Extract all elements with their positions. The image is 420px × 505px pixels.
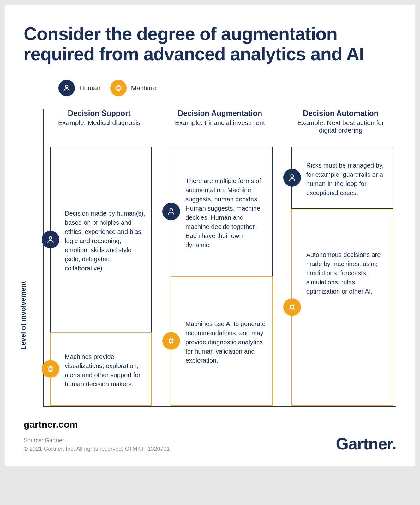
human-text: Risks must be managed by, for example, g… <box>306 161 387 198</box>
machine-icon <box>162 332 180 350</box>
column-decision-automation: Decision Automation Example: Next best a… <box>285 109 396 406</box>
svg-point-0 <box>65 85 68 88</box>
human-box: There are multiple forms of augmentation… <box>171 147 272 276</box>
column-example: Example: Next best action for digital or… <box>288 119 393 134</box>
svg-rect-3 <box>49 367 52 371</box>
machine-text: Autonomous decisions are made by machine… <box>306 250 387 296</box>
legend-item-machine: Machine <box>110 80 156 96</box>
machine-icon <box>283 298 301 316</box>
column-title: Decision Automation <box>288 109 393 118</box>
svg-point-4 <box>170 208 173 211</box>
y-axis-label: Level of involvement <box>19 281 27 350</box>
human-icon <box>42 231 59 248</box>
machine-box: Machines use AI to generate recommendati… <box>171 276 272 406</box>
svg-point-6 <box>291 175 293 177</box>
column-title: Decision Augmentation <box>167 109 272 118</box>
column-example: Example: Medical diagnosis <box>47 119 152 127</box>
column-header: Decision Support Example: Medical diagno… <box>44 109 155 147</box>
svg-rect-5 <box>170 339 173 342</box>
brand-dot: . <box>392 435 396 453</box>
legend: Human Machine <box>58 80 396 96</box>
columns-container: Decision Support Example: Medical diagno… <box>43 109 396 407</box>
footer-link: gartner.com <box>24 419 396 430</box>
human-box: Decision made by human(s), based on prin… <box>50 147 152 332</box>
human-text: Decision made by human(s), based on prin… <box>65 209 145 273</box>
machine-icon <box>42 360 59 378</box>
human-box: Risks must be managed by, for example, g… <box>291 147 393 209</box>
svg-rect-7 <box>290 305 294 309</box>
column-stack: There are multiple forms of augmentation… <box>164 147 275 406</box>
column-example: Example: Financial investment <box>167 119 272 127</box>
column-title: Decision Support <box>47 109 152 118</box>
machine-box: Machines provide visualizations, explora… <box>50 332 152 406</box>
column-stack: Decision made by human(s), based on prin… <box>44 147 155 406</box>
legend-label-human: Human <box>79 84 101 92</box>
legend-item-human: Human <box>58 80 101 96</box>
human-text: There are multiple forms of augmentation… <box>185 176 266 250</box>
human-icon <box>58 80 75 96</box>
machine-icon <box>110 80 127 96</box>
machine-text: Machines provide visualizations, explora… <box>65 352 145 389</box>
human-icon <box>283 169 301 187</box>
column-header: Decision Automation Example: Next best a… <box>285 109 396 147</box>
brand-text: Gartner <box>336 435 392 453</box>
svg-rect-1 <box>117 86 120 90</box>
legend-label-machine: Machine <box>131 84 156 92</box>
machine-box: Autonomous decisions are made by machine… <box>291 209 393 406</box>
y-axis: Level of involvement <box>24 109 43 407</box>
column-decision-support: Decision Support Example: Medical diagno… <box>44 109 155 406</box>
svg-point-2 <box>49 236 52 239</box>
column-header: Decision Augmentation Example: Financial… <box>164 109 275 147</box>
human-icon <box>162 203 180 220</box>
infographic-card: Consider the degree of augmentation requ… <box>5 5 415 466</box>
page-title: Consider the degree of augmentation requ… <box>24 24 396 64</box>
diagram: Level of involvement Decision Support Ex… <box>24 109 396 407</box>
column-stack: Risks must be managed by, for example, g… <box>285 147 396 406</box>
machine-text: Machines use AI to generate recommendati… <box>185 319 266 365</box>
column-decision-augmentation: Decision Augmentation Example: Financial… <box>164 109 275 406</box>
brand-logo: Gartner. <box>336 434 396 453</box>
